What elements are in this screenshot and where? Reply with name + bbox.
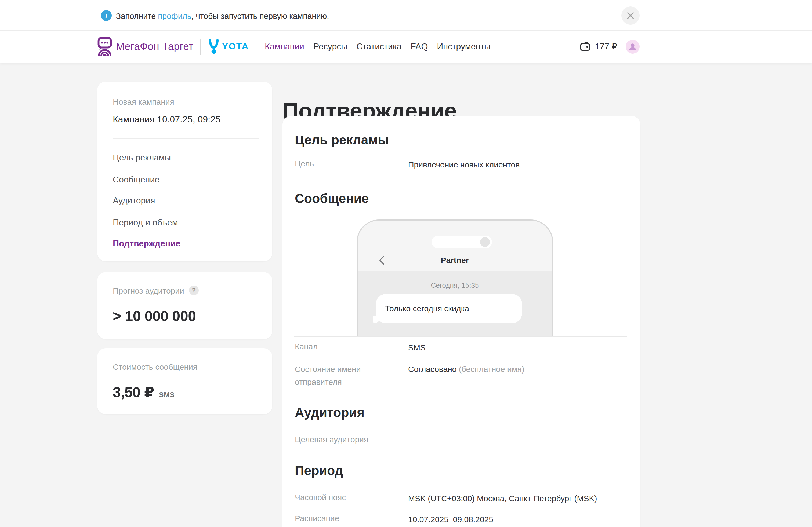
row-value: — xyxy=(408,435,416,446)
campaign-steps-card: Новая кампания Кампания 10.07.25, 09:25 … xyxy=(97,81,272,261)
step-period[interactable]: Период и объем xyxy=(113,217,178,228)
step-message[interactable]: Сообщение xyxy=(113,175,160,185)
sender-status-note: (бесплатное имя) xyxy=(459,364,524,374)
campaign-card-divider xyxy=(113,138,259,139)
price-label: Стоимость сообщения xyxy=(113,362,197,371)
nav-statistics[interactable]: Статистика xyxy=(356,42,402,51)
row-label: Расписание xyxy=(295,512,397,525)
sms-bubble-text: Только сегодня скидка xyxy=(385,304,469,313)
nav-faq[interactable]: FAQ xyxy=(410,42,428,51)
row-label: Состояние имени отправителя xyxy=(295,363,397,389)
balance-amount[interactable]: 177 ₽ xyxy=(595,41,617,51)
campaign-kicker: Новая кампания xyxy=(113,97,174,106)
section-heading-period: Период xyxy=(295,463,343,479)
row-value: MSK (UTC+03:00) Москва, Санкт-Петербург … xyxy=(408,493,597,504)
phone-header: Partner xyxy=(358,221,552,271)
row-value: 10.07.2025–09.08.2025 xyxy=(408,514,493,525)
profile-link[interactable]: профиль xyxy=(158,11,191,20)
section-divider xyxy=(294,336,627,337)
confirmation-card: Цель рекламы Цель Привлечение новых клие… xyxy=(282,116,640,527)
section-heading-goal: Цель рекламы xyxy=(295,132,389,148)
phone-frame: Partner Сегодня, 15:35 Только сегодня ск… xyxy=(357,220,553,336)
nav-resources[interactable]: Ресурсы xyxy=(313,42,347,51)
step-goal[interactable]: Цель рекламы xyxy=(113,152,171,163)
nav-tools[interactable]: Инструменты xyxy=(437,42,491,51)
yota-logo: YOTA xyxy=(208,39,249,54)
close-icon xyxy=(627,12,634,19)
yota-logo-text: YOTA xyxy=(222,41,249,52)
banner-text-before: Заполните xyxy=(116,11,158,20)
phone-notch xyxy=(432,236,492,249)
brand-divider xyxy=(201,39,201,55)
brand-group[interactable]: МегаФон Таргет YOTA xyxy=(97,30,249,63)
sms-phone-preview: Partner Сегодня, 15:35 Только сегодня ск… xyxy=(357,220,553,336)
price-unit: SMS xyxy=(159,391,175,399)
phone-camera-icon xyxy=(480,237,490,247)
app-header: МегаФон Таргет YOTA Кампании Ресурсы Ста… xyxy=(0,30,812,63)
row-value: Привлечение новых клиентов xyxy=(408,160,520,170)
sms-sender-name: Partner xyxy=(358,255,552,265)
section-heading-audience: Аудитория xyxy=(295,405,364,421)
banner-close-button[interactable] xyxy=(621,6,640,25)
info-icon: i xyxy=(101,10,112,21)
app-stage: i Заполните профиль, чтобы запустить пер… xyxy=(0,0,812,527)
step-audience[interactable]: Аудитория xyxy=(113,195,155,206)
sms-bubble-tail xyxy=(373,316,381,323)
forecast-value: > 10 000 000 xyxy=(113,308,196,325)
row-label: Канал xyxy=(295,340,397,353)
brand-name: МегаФон Таргет xyxy=(116,41,193,52)
campaign-title: Кампания 10.07.25, 09:25 xyxy=(113,114,220,125)
megafon-target-logo-icon xyxy=(97,36,112,57)
header-right: 177 ₽ xyxy=(580,30,640,63)
forecast-label: Прогноз аудитории xyxy=(113,286,184,295)
sms-bubble: Только сегодня скидка xyxy=(376,294,522,323)
message-price-card: Стоимость сообщения 3,50 ₽ SMS xyxy=(97,348,272,414)
phone-messages-area: Сегодня, 15:35 Только сегодня скидка xyxy=(358,271,552,336)
banner-message: Заполните профиль, чтобы запустить перву… xyxy=(116,11,329,20)
row-label: Цель xyxy=(295,157,397,170)
wallet-icon[interactable] xyxy=(580,42,590,51)
row-value: SMS xyxy=(408,342,425,353)
audience-forecast-card: Прогноз аудитории ? > 10 000 000 xyxy=(97,272,272,339)
section-heading-message: Сообщение xyxy=(295,191,369,207)
step-confirmation[interactable]: Подтверждение xyxy=(113,238,180,249)
help-icon[interactable]: ? xyxy=(189,286,199,295)
notification-banner: i Заполните профиль, чтобы запустить пер… xyxy=(0,0,812,31)
sms-date: Сегодня, 15:35 xyxy=(358,281,552,289)
banner-text-after: , чтобы запустить первую кампанию. xyxy=(191,11,329,20)
avatar[interactable] xyxy=(626,40,640,54)
sender-status: Согласовано xyxy=(408,364,456,374)
main-nav: Кампании Ресурсы Статистика FAQ Инструме… xyxy=(265,30,491,63)
row-label: Часовой пояс xyxy=(295,491,397,504)
nav-campaigns[interactable]: Кампании xyxy=(265,42,304,51)
yota-logo-icon xyxy=(208,39,220,54)
row-label: Целевая аудитория xyxy=(295,433,397,446)
row-value: Согласовано (бесплатное имя) xyxy=(408,364,524,375)
user-icon xyxy=(628,42,637,51)
price-value: 3,50 ₽ xyxy=(113,384,154,401)
